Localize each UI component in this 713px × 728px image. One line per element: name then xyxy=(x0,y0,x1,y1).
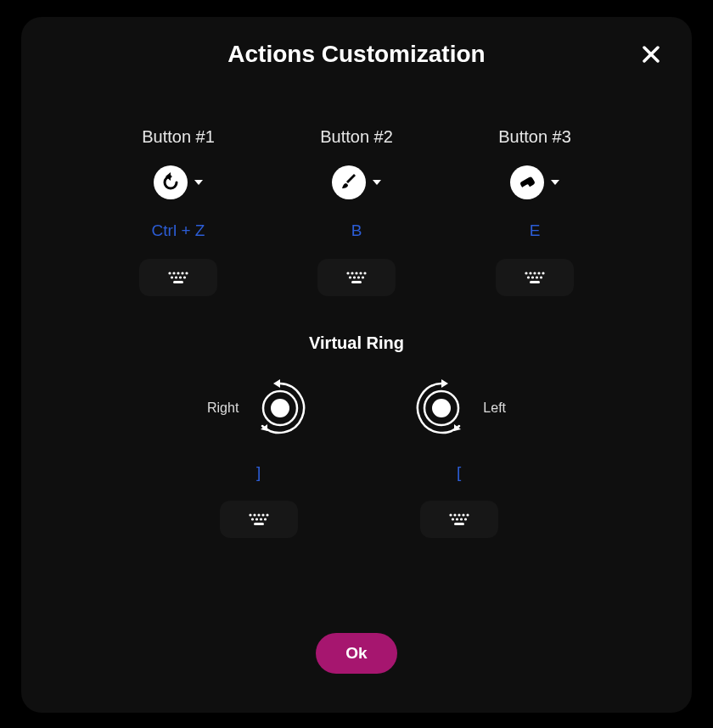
button-1-keyboard-button[interactable] xyxy=(139,259,217,296)
undo-icon xyxy=(160,172,181,193)
svg-point-5 xyxy=(177,272,179,274)
svg-rect-12 xyxy=(173,281,183,283)
svg-point-13 xyxy=(346,272,349,274)
ring-left-top: Left xyxy=(412,378,506,438)
svg-point-8 xyxy=(171,276,173,278)
svg-point-11 xyxy=(183,276,186,278)
ring-right-top: Right xyxy=(207,378,310,438)
button-column-1: Button #1 Ctrl + Z xyxy=(102,127,255,296)
virtual-ring-section: Virtual Ring Right ] xyxy=(21,333,692,538)
svg-point-9 xyxy=(175,276,177,278)
buttons-row: Button #1 Ctrl + Z xyxy=(21,127,692,296)
svg-point-19 xyxy=(353,276,356,278)
svg-point-32 xyxy=(536,276,538,278)
keyboard-icon xyxy=(166,270,191,285)
ring-left-graphic xyxy=(412,378,471,438)
button-column-2: Button #2 B xyxy=(280,127,433,296)
button-2-hotkey: B xyxy=(351,221,362,240)
button-2-action-icon-circle xyxy=(332,165,366,199)
svg-point-54 xyxy=(453,513,456,516)
button-3-hotkey: E xyxy=(530,221,541,240)
svg-point-21 xyxy=(362,276,364,278)
button-1-action-selector[interactable] xyxy=(154,165,203,199)
brush-icon xyxy=(339,172,359,193)
svg-point-60 xyxy=(460,518,463,520)
svg-rect-62 xyxy=(454,523,464,525)
svg-point-17 xyxy=(363,272,366,274)
svg-marker-37 xyxy=(273,379,280,388)
svg-point-29 xyxy=(542,272,544,274)
svg-point-46 xyxy=(260,518,262,520)
rotate-clockwise-icon xyxy=(250,378,310,438)
close-icon xyxy=(642,45,660,64)
svg-point-31 xyxy=(531,276,534,278)
svg-point-30 xyxy=(527,276,530,278)
svg-marker-51 xyxy=(441,379,448,388)
svg-point-20 xyxy=(357,276,360,278)
svg-point-6 xyxy=(181,272,183,274)
svg-point-39 xyxy=(249,513,251,516)
svg-point-33 xyxy=(540,276,542,278)
svg-point-53 xyxy=(449,513,452,516)
keyboard-icon xyxy=(522,270,547,285)
svg-point-25 xyxy=(525,272,527,274)
chevron-down-icon xyxy=(551,180,559,185)
svg-point-36 xyxy=(271,399,289,417)
ok-button-label: Ok xyxy=(345,644,367,663)
svg-point-50 xyxy=(432,399,451,417)
ring-right-graphic xyxy=(250,378,310,438)
dialog-header: Actions Customization xyxy=(21,17,692,68)
button-2-action-selector[interactable] xyxy=(332,165,381,199)
ring-left-hotkey: [ xyxy=(457,463,461,482)
keyboard-icon xyxy=(446,512,472,527)
svg-point-14 xyxy=(351,272,353,274)
svg-point-18 xyxy=(349,276,351,278)
eraser-icon xyxy=(517,172,537,193)
svg-point-56 xyxy=(462,513,464,516)
button-1-label: Button #1 xyxy=(142,127,215,147)
svg-point-3 xyxy=(168,272,171,274)
svg-point-57 xyxy=(466,513,469,516)
ring-left-label: Left xyxy=(483,400,506,416)
button-1-action-icon-circle xyxy=(154,165,188,199)
ring-left-column: Left [ xyxy=(412,378,506,538)
ring-right-label: Right xyxy=(207,400,239,416)
chevron-down-icon xyxy=(373,180,381,185)
svg-point-43 xyxy=(266,513,268,516)
svg-point-10 xyxy=(179,276,182,278)
keyboard-icon xyxy=(344,270,369,285)
svg-point-61 xyxy=(464,518,467,520)
button-2-label: Button #2 xyxy=(320,127,393,147)
svg-point-7 xyxy=(185,272,188,274)
svg-point-41 xyxy=(257,513,260,516)
close-button[interactable] xyxy=(636,39,666,70)
button-1-hotkey: Ctrl + Z xyxy=(152,221,205,240)
button-2-keyboard-button[interactable] xyxy=(317,259,396,296)
ok-button[interactable]: Ok xyxy=(316,633,397,674)
svg-point-15 xyxy=(355,272,357,274)
svg-point-59 xyxy=(456,518,458,520)
ring-right-hotkey: ] xyxy=(256,463,261,482)
svg-point-55 xyxy=(458,513,460,516)
button-3-action-selector[interactable] xyxy=(510,165,559,199)
svg-point-47 xyxy=(264,518,267,520)
virtual-ring-title: Virtual Ring xyxy=(21,333,692,353)
ring-right-keyboard-button[interactable] xyxy=(220,501,298,538)
chevron-down-icon xyxy=(194,180,203,185)
svg-rect-34 xyxy=(530,281,540,283)
button-3-label: Button #3 xyxy=(498,127,571,147)
keyboard-icon xyxy=(246,512,272,527)
svg-point-42 xyxy=(261,513,264,516)
svg-point-4 xyxy=(172,272,175,274)
button-3-keyboard-button[interactable] xyxy=(496,259,574,296)
svg-rect-48 xyxy=(254,523,264,525)
svg-point-28 xyxy=(537,272,540,274)
svg-point-45 xyxy=(255,518,258,520)
button-column-3: Button #3 E xyxy=(458,127,611,296)
dialog-title: Actions Customization xyxy=(21,41,692,68)
svg-point-26 xyxy=(529,272,531,274)
svg-point-44 xyxy=(251,518,254,520)
svg-point-27 xyxy=(533,272,536,274)
ring-right-column: Right ] xyxy=(207,378,310,538)
ring-left-keyboard-button[interactable] xyxy=(420,501,498,538)
